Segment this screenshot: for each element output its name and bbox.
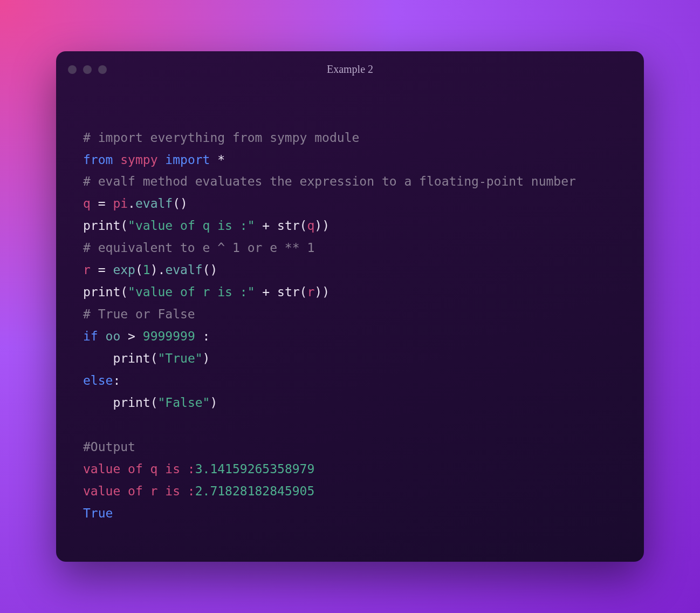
code-comment: # equivalent to e ^ 1 or e ** 1 bbox=[83, 241, 314, 255]
lparen: ( bbox=[150, 351, 158, 365]
keyword-from: from bbox=[83, 153, 113, 167]
str-call: str bbox=[277, 285, 300, 299]
rparen: ) bbox=[180, 196, 188, 210]
dot-op: . bbox=[158, 263, 166, 277]
rparen: ) bbox=[314, 219, 322, 233]
var-r: r bbox=[307, 285, 314, 299]
lparen: ( bbox=[203, 263, 210, 277]
close-icon[interactable] bbox=[68, 65, 77, 74]
oo-ident: oo bbox=[106, 329, 121, 343]
lparen: ( bbox=[300, 285, 307, 299]
colon: : bbox=[195, 329, 210, 343]
output-line: True bbox=[83, 506, 113, 520]
code-block: # import everything from sympy module fr… bbox=[56, 78, 644, 562]
string-literal: "False" bbox=[158, 396, 210, 410]
star-op: * bbox=[217, 153, 225, 167]
plus-op: + bbox=[255, 285, 278, 299]
indent bbox=[83, 396, 113, 410]
output-value: 2.71828182845905 bbox=[195, 484, 315, 498]
print-call: print bbox=[113, 351, 150, 365]
keyword-if: if bbox=[83, 329, 98, 343]
print-call: print bbox=[83, 219, 120, 233]
minimize-icon[interactable] bbox=[83, 65, 92, 74]
rparen: ) bbox=[322, 285, 330, 299]
lparen: ( bbox=[150, 396, 158, 410]
output-line: value of q is : bbox=[83, 462, 195, 476]
evalf-call: evalf bbox=[165, 263, 202, 277]
string-literal: "True" bbox=[158, 351, 203, 365]
number-literal: 9999999 bbox=[143, 329, 195, 343]
window-title: Example 2 bbox=[56, 63, 644, 76]
lparen: ( bbox=[173, 196, 180, 210]
code-comment: #Output bbox=[83, 440, 135, 454]
indent bbox=[83, 351, 113, 365]
code-comment: # True or False bbox=[83, 307, 195, 321]
pi-ident: pi bbox=[113, 196, 128, 210]
exp-call: exp bbox=[113, 263, 135, 277]
lparen: ( bbox=[120, 285, 128, 299]
assign-op: = bbox=[91, 263, 113, 277]
rparen: ) bbox=[210, 396, 217, 410]
lparen: ( bbox=[135, 263, 143, 277]
rparen: ) bbox=[314, 285, 322, 299]
rparen: ) bbox=[210, 263, 218, 277]
var-q: q bbox=[83, 196, 91, 210]
var-q: q bbox=[307, 219, 314, 233]
str-call: str bbox=[277, 219, 300, 233]
maximize-icon[interactable] bbox=[98, 65, 107, 74]
keyword-else: else bbox=[83, 373, 113, 387]
lparen: ( bbox=[120, 219, 128, 233]
colon: : bbox=[113, 373, 120, 387]
rparen: ) bbox=[203, 351, 210, 365]
code-comment: # evalf method evaluates the expression … bbox=[83, 174, 576, 188]
print-call: print bbox=[113, 396, 150, 410]
rparen: ) bbox=[150, 263, 158, 277]
rparen: ) bbox=[322, 219, 330, 233]
dot-op: . bbox=[128, 196, 135, 210]
string-literal: "value of r is :" bbox=[128, 285, 255, 299]
assign-op: = bbox=[91, 196, 113, 210]
code-window: Example 2 # import everything from sympy… bbox=[56, 51, 644, 562]
evalf-call: evalf bbox=[135, 196, 173, 210]
output-line: value of r is : bbox=[83, 484, 195, 498]
print-call: print bbox=[83, 285, 120, 299]
number-literal: 1 bbox=[143, 263, 150, 277]
titlebar: Example 2 bbox=[56, 51, 644, 78]
output-value: 3.14159265358979 bbox=[195, 462, 315, 476]
code-comment: # import everything from sympy module bbox=[83, 131, 359, 145]
string-literal: "value of q is :" bbox=[128, 219, 255, 233]
plus-op: + bbox=[255, 219, 278, 233]
module-name: sympy bbox=[120, 153, 157, 167]
lparen: ( bbox=[300, 219, 307, 233]
window-controls bbox=[68, 65, 107, 74]
var-r: r bbox=[83, 263, 91, 277]
gt-op: > bbox=[120, 329, 143, 343]
keyword-import: import bbox=[165, 153, 210, 167]
